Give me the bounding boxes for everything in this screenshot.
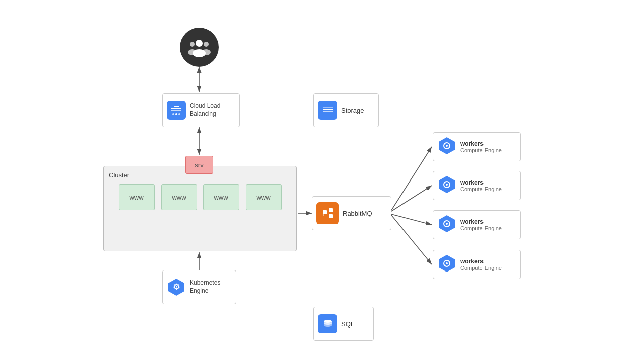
worker-label-1: workers Compute Engine: [460, 140, 502, 153]
svg-point-44: [446, 223, 448, 225]
diagram-container: Cloud Load Balancing Cluster www www www…: [0, 0, 644, 362]
worker-label-4: workers Compute Engine: [460, 258, 502, 271]
svg-point-41: [446, 184, 448, 186]
worker-box-1: workers Compute Engine: [433, 132, 521, 161]
worker-icon-4: [437, 254, 456, 275]
worker-box-3: workers Compute Engine: [433, 210, 521, 239]
workers-container: workers Compute Engine workers Compute E…: [0, 0, 644, 362]
worker-label-3: workers Compute Engine: [460, 218, 502, 231]
svg-point-47: [446, 262, 448, 264]
worker-box-2: workers Compute Engine: [433, 171, 521, 200]
svg-point-38: [446, 145, 448, 147]
worker-icon-3: [437, 214, 456, 235]
worker-label-2: workers Compute Engine: [460, 179, 502, 192]
worker-box-4: workers Compute Engine: [433, 250, 521, 279]
worker-icon-2: [437, 175, 456, 196]
worker-icon-1: [437, 136, 456, 157]
